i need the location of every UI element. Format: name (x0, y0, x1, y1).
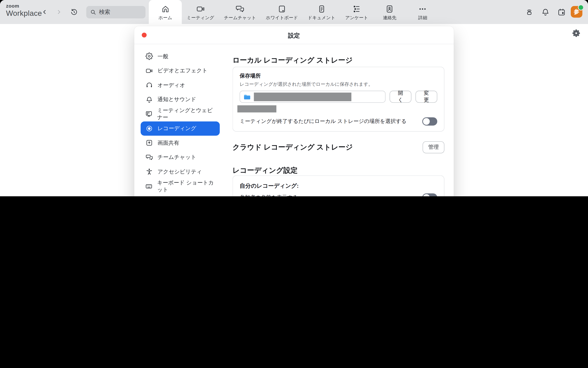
save-location-label: 保存場所 (240, 73, 437, 80)
logo-zoom: zoom (6, 3, 42, 8)
tab-label: アンケート (345, 15, 368, 21)
tab-docs[interactable]: ドキュメント (303, 0, 340, 24)
sidebar-item-label: レコーディング (158, 125, 196, 132)
change-button[interactable]: 変更 (416, 91, 437, 103)
notifications-button[interactable] (541, 7, 550, 17)
connect-device-button[interactable] (524, 7, 534, 17)
tab-home[interactable]: ホーム (149, 0, 182, 24)
history-icon (70, 8, 78, 16)
tab-meetings[interactable]: ミーティング (182, 0, 219, 24)
tab-label: ドキュメント (308, 15, 336, 21)
chat-bubbles-icon (145, 153, 153, 161)
notifications-bell-icon (541, 8, 550, 16)
choose-location-toggle[interactable] (422, 117, 437, 126)
sidebar-item-team-chat[interactable]: チームチャット (140, 150, 220, 165)
video-camera-icon (145, 67, 153, 74)
setting-label: 参加者の名前を表示する (240, 194, 298, 196)
sidebar-item-recording[interactable]: レコーディング (140, 121, 220, 136)
sidebar-item-general[interactable]: 一般 (140, 49, 220, 64)
chevron-left-icon (42, 9, 48, 15)
tab-surveys[interactable]: アンケート (340, 0, 373, 24)
tab-label: 詳細 (418, 15, 427, 21)
survey-icon (352, 5, 361, 14)
sidebar-item-audio[interactable]: オーディオ (140, 78, 220, 92)
sidebar-item-label: オーディオ (158, 82, 185, 89)
record-icon (145, 125, 153, 132)
history-button[interactable] (70, 0, 78, 24)
sidebar-item-label: 一般 (158, 53, 168, 60)
save-location-path-field[interactable] (240, 91, 385, 103)
open-button[interactable]: 開く (390, 91, 411, 103)
tab-more[interactable]: 詳細 (406, 0, 439, 24)
home-icon (161, 5, 170, 14)
meeting-screen-icon (145, 110, 153, 118)
gear-icon (572, 29, 580, 37)
sidebar-item-label: 通知とサウンド (158, 96, 196, 103)
tab-label: チームチャット (224, 15, 256, 21)
main-content-area: レコーディングを開く › 設定 一般 (0, 24, 588, 196)
contacts-icon (385, 5, 394, 14)
sidebar-item-share-screen[interactable]: 画面共有 (140, 136, 220, 150)
keyboard-icon (145, 182, 153, 190)
setting-row-show-participant-names: 参加者の名前を表示する (240, 190, 437, 196)
accessibility-icon (145, 168, 153, 176)
main-tabs: ホーム ミーティング チームチャット ホワイトボード (149, 0, 439, 24)
my-recordings-subtitle: 自分のレコーディング: (240, 183, 437, 190)
sidebar-item-label: 画面共有 (158, 139, 179, 147)
recording-settings-heading: レコーディング設定 (233, 166, 298, 175)
tab-label: 連絡先 (383, 15, 397, 21)
calendar-button[interactable] (557, 7, 566, 17)
search-icon (90, 9, 96, 15)
dialog-title: 設定 (134, 32, 454, 40)
video-camera-icon (196, 5, 205, 14)
recording-settings-card: 自分のレコーディング: 参加者の名前を表示する タイムスタンプを含める 画面共有… (233, 175, 444, 196)
sidebar-item-accessibility[interactable]: アクセシビリティ (140, 165, 220, 179)
tab-contacts[interactable]: 連絡先 (373, 0, 406, 24)
search-placeholder: 検索 (99, 9, 110, 16)
gear-icon (145, 52, 153, 60)
search-input[interactable]: 検索 (86, 6, 145, 18)
more-ellipsis-icon (418, 5, 427, 14)
sidebar-item-label: ビデオとエフェクト (158, 67, 208, 74)
tab-whiteboard[interactable]: ホワイトボード (261, 0, 303, 24)
redacted-path-text (254, 92, 351, 101)
share-screen-icon (145, 139, 153, 147)
toggle-knob (423, 194, 430, 196)
chevron-right-icon (56, 9, 62, 15)
redacted-storage-info (237, 105, 276, 112)
user-avatar[interactable]: 参 (571, 6, 582, 18)
sidebar-item-label: ミーティングとウェビナー (157, 107, 215, 121)
local-storage-heading: ローカル レコーディング ストレージ (233, 55, 353, 65)
sidebar-item-label: アクセシビリティ (158, 168, 202, 175)
sidebar-item-video-effects[interactable]: ビデオとエフェクト (140, 64, 220, 78)
cloud-storage-heading: クラウド レコーディング ストレージ (233, 143, 353, 152)
back-button[interactable] (40, 7, 50, 17)
sidebar-item-meetings-webinars[interactable]: ミーティングとウェビナー (140, 107, 220, 121)
zoom-workplace-window: zoom Workplace 検索 ホーム (0, 0, 588, 196)
folder-icon (243, 93, 251, 101)
dialog-header: 設定 (134, 26, 454, 44)
sidebar-item-notifications[interactable]: 通知とサウンド (140, 92, 220, 107)
calendar-icon (557, 8, 566, 16)
document-icon (317, 5, 326, 14)
chat-bubbles-icon (236, 5, 245, 14)
online-status-dot (578, 5, 584, 11)
bell-icon (145, 96, 153, 103)
sidebar-item-label: チームチャット (158, 154, 196, 161)
tab-label: ホワイトボード (266, 15, 298, 21)
forward-button[interactable] (54, 7, 64, 17)
page-settings-gear-button[interactable] (572, 29, 580, 37)
tab-label: ホーム (159, 15, 172, 21)
show-participant-names-toggle[interactable] (422, 193, 437, 196)
settings-sidebar: 一般 ビデオとエフェクト オーディオ (140, 49, 220, 196)
manage-button[interactable]: 管理 (423, 141, 444, 153)
settings-dialog: 設定 一般 ビデオとエフェクト (134, 26, 454, 196)
logo-workplace: Workplace (6, 9, 42, 17)
sidebar-item-keyboard-shortcuts[interactable]: キーボード ショートカット (140, 179, 220, 193)
save-location-description: レコーディングが選択された場所でローカルに保存されます。 (240, 81, 437, 88)
sidebar-item-statistics[interactable]: 統計情報 (140, 193, 220, 196)
tab-label: ミーティング (187, 15, 214, 21)
sidebar-item-label: キーボード ショートカット (157, 179, 215, 193)
tab-team-chat[interactable]: チームチャット (219, 0, 261, 24)
zoom-workplace-logo: zoom Workplace (6, 3, 42, 17)
